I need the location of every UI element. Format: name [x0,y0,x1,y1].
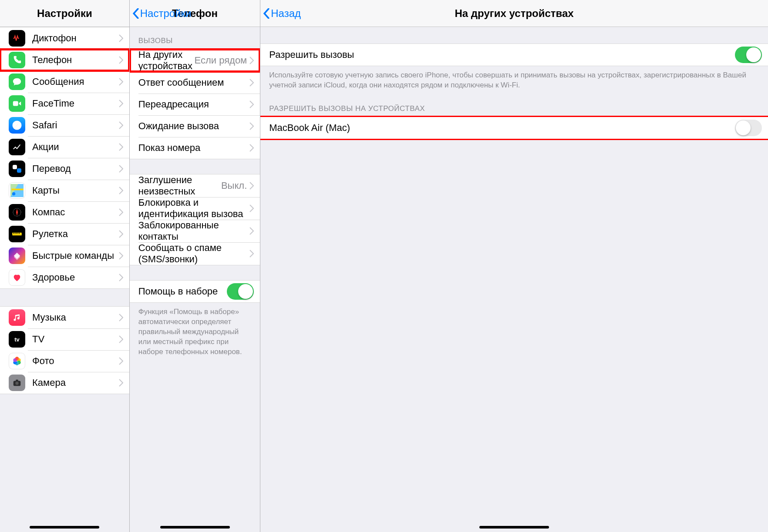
group-header-calls: ВЫЗОВЫ [130,27,260,49]
row-safari[interactable]: Safari [0,114,129,136]
chevron-right-icon [249,204,254,212]
row-shortcuts[interactable]: Быстрые команды [0,245,129,267]
row-label: Карты [32,185,119,196]
device-toggle[interactable] [735,120,762,136]
svg-point-16 [15,381,18,385]
chevron-right-icon [119,208,123,216]
row-maps[interactable]: Карты [0,180,129,201]
chevron-right-icon [249,144,254,152]
chevron-right-icon [119,187,123,194]
page-title: На других устройствах [455,7,574,20]
row-label: Фото [32,355,119,367]
phone-icon [9,52,25,68]
chevron-right-icon [119,78,123,86]
row-label: Телефон [32,54,119,66]
row-music[interactable]: Музыка [0,307,129,328]
row-reply-with-message[interactable]: Ответ сообщением [130,72,260,94]
row-label: Диктофон [32,33,119,44]
chevron-right-icon [249,182,254,190]
row-label: Музыка [32,312,119,323]
back-label: Назад [271,7,301,20]
tv-icon: tv [9,331,25,348]
chevron-right-icon [119,121,123,129]
row-health[interactable]: Здоровье [0,267,129,288]
row-label: Камера [32,377,119,388]
row-blocked-contacts[interactable]: Заблокированные контакты [130,220,260,242]
home-indicator[interactable] [479,526,549,529]
row-facetime[interactable]: FaceTime [0,93,129,114]
row-device-macbook-air[interactable]: MacBook Air (Mac) [260,117,768,139]
row-stocks[interactable]: Акции [0,136,129,158]
row-messages[interactable]: Сообщения [0,71,129,93]
row-voice-memos[interactable]: Диктофон [0,27,129,49]
silence-group: Заглушение неизвестных Выкл. Блокировка … [130,174,260,265]
row-label: Быстрые команды [32,250,119,261]
phone-settings-screen: Настройки Телефон ВЫЗОВЫ На других устро… [130,0,260,532]
row-spam-report[interactable]: Сообщать о спаме (SMS/звонки) [130,242,260,265]
row-call-block-id[interactable]: Блокировка и идентификация вызова [130,197,260,220]
row-label: Блокировка и идентификация вызова [138,197,249,220]
row-translate[interactable]: Перевод [0,158,129,180]
allow-calls-toggle[interactable] [735,47,762,63]
row-call-forwarding[interactable]: Переадресация [130,94,260,115]
chevron-right-icon [119,165,123,173]
health-icon [9,269,25,286]
row-label: Сообщения [32,76,119,87]
row-dial-assist[interactable]: Помощь в наборе [130,281,260,302]
dial-assist-footer: Функция «Помощь в наборе» автоматически … [130,303,260,361]
row-other-devices[interactable]: На других устройствах Если рядом [130,49,260,72]
facetime-icon [9,95,25,112]
stocks-icon [9,139,25,155]
measure-icon [9,226,25,242]
safari-icon [9,117,25,134]
home-indicator[interactable] [30,526,99,529]
row-value: Выкл. [221,180,247,191]
row-phone[interactable]: Телефон [0,49,129,71]
row-label: Ожидание вызова [138,120,249,132]
calls-group: На других устройствах Если рядом Ответ с… [130,49,260,159]
chevron-right-icon [119,230,123,238]
row-tv[interactable]: tv TV [0,328,129,350]
chevron-right-icon [119,274,123,281]
row-label: Компас [32,207,119,218]
row-camera[interactable]: Камера [0,372,129,394]
chevron-right-icon [119,56,123,64]
row-label: Помощь в наборе [138,286,227,297]
row-label: Заглушение неизвестных [138,174,221,197]
back-button[interactable]: Назад [263,7,301,20]
row-call-waiting[interactable]: Ожидание вызова [130,115,260,137]
camera-icon [9,375,25,391]
row-photos[interactable]: Фото [0,350,129,372]
music-icon [9,309,25,326]
row-show-caller-id[interactable]: Показ номера [130,137,260,159]
nav-bar: Настройки [0,0,129,27]
voice-memos-icon [9,30,25,47]
row-label: FaceTime [32,98,119,109]
photos-icon [9,353,25,369]
home-indicator[interactable] [160,526,230,529]
back-button[interactable]: Настройки [132,7,192,20]
row-label: Ответ сообщением [138,77,249,88]
compass-icon [9,204,25,221]
row-label: Перевод [32,163,119,174]
maps-icon [9,182,25,199]
settings-list-2: Музыка tv TV Фото Камера [0,306,129,394]
row-measure[interactable]: Рулетка [0,223,129,245]
row-label: MacBook Air (Mac) [269,122,735,134]
row-compass[interactable]: Компас [0,201,129,223]
chevron-left-icon [132,8,139,19]
svg-rect-0 [13,101,18,106]
dial-assist-group: Помощь в наборе [130,280,260,303]
chevron-right-icon [119,314,123,321]
chevron-right-icon [119,379,123,387]
dial-assist-toggle[interactable] [227,283,254,300]
row-allow-calls[interactable]: Разрешить вызовы [260,44,768,66]
allow-calls-footer: Используйте сотовую учетную запись своег… [260,66,768,95]
other-devices-screen: Назад На других устройствах Разрешить вы… [260,0,768,532]
row-label: Разрешить вызовы [269,49,735,60]
row-label: Сообщать о спаме (SMS/звонки) [138,242,249,265]
row-silence-unknown[interactable]: Заглушение неизвестных Выкл. [130,174,260,197]
row-label: Переадресация [138,99,249,110]
svg-point-5 [12,192,16,196]
chevron-left-icon [263,8,270,19]
